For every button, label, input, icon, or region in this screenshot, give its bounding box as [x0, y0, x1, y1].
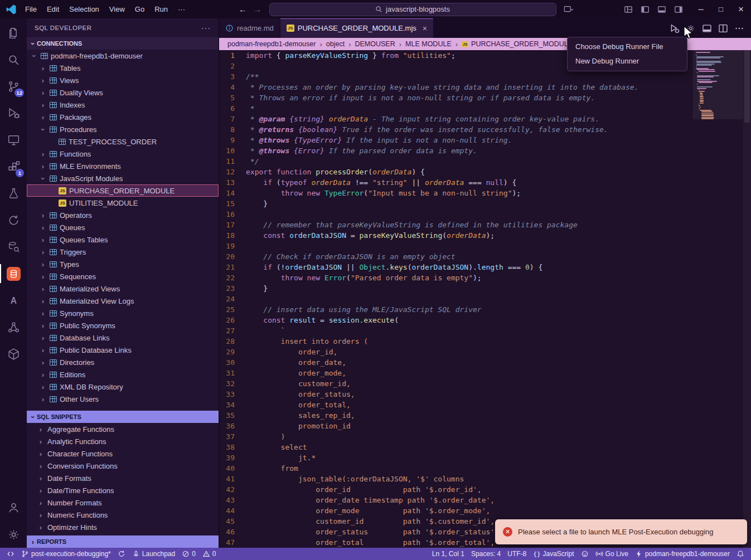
- tree-item-editions[interactable]: ›Editions: [27, 368, 219, 381]
- split-editor-icon[interactable]: [718, 23, 728, 33]
- snippet-item-optimizer-hints[interactable]: ›Optimizer Hints: [27, 521, 219, 533]
- activity-org-hub[interactable]: [0, 314, 27, 340]
- status-indentation[interactable]: Spaces: 4: [468, 548, 504, 560]
- tree-item-procedures[interactable]: ›Procedures: [27, 123, 219, 135]
- tree-item-podman-freepdb1-demouser[interactable]: ›podman-freepdb1-demouser: [27, 50, 219, 62]
- tree-item-public-synonyms[interactable]: ›Public Synonyms: [27, 319, 219, 332]
- activity-sql-developer[interactable]: [0, 260, 27, 287]
- toggle-panel-icon[interactable]: [655, 4, 668, 15]
- snippet-item-numeric-functions[interactable]: ›Numeric Functions: [27, 509, 219, 521]
- activity-database-cube[interactable]: [0, 340, 27, 367]
- tree-item-materialized-views[interactable]: ›Materialized Views: [27, 283, 219, 295]
- breadcrumb-purchase-order-module[interactable]: JSPURCHASE_ORDER_MODULE: [462, 40, 573, 48]
- snippet-item-analytic-functions[interactable]: ›Analytic Functions: [27, 435, 219, 447]
- activity-explorer[interactable]: [0, 20, 27, 46]
- status-errors[interactable]: 0: [178, 548, 199, 560]
- tree-item-public-database-links[interactable]: ›Public Database Links: [27, 344, 219, 356]
- minimap[interactable]: [693, 50, 743, 548]
- tree-item-materialized-view-logs[interactable]: ›Materialized View Logs: [27, 295, 219, 307]
- menu-more[interactable]: ···: [173, 3, 190, 16]
- tree-item-functions[interactable]: ›Functions: [27, 148, 219, 160]
- scrollbar-thumb[interactable]: [744, 50, 750, 123]
- activity-run-and-debug[interactable]: [0, 100, 27, 126]
- activity-search[interactable]: [0, 46, 27, 73]
- tree-item-types[interactable]: ›Types: [27, 258, 219, 270]
- activity-source-control[interactable]: 12: [0, 73, 27, 100]
- snippet-item-number-formats[interactable]: ›Number Formats: [27, 496, 219, 509]
- toggle-secondary-sidebar-icon[interactable]: [672, 4, 685, 15]
- tab-purchase-order-module-mjs[interactable]: JSPURCHASE_ORDER_MODULE.mjs×: [280, 18, 434, 38]
- activity-accounts[interactable]: [0, 494, 27, 521]
- menu-edit[interactable]: Edit: [42, 3, 64, 16]
- tree-item-xml-db-repository[interactable]: ›XML DB Repository: [27, 381, 219, 393]
- menu-go[interactable]: Go: [130, 3, 149, 16]
- tree-item-operators[interactable]: ›Operators: [27, 209, 219, 221]
- section-reports[interactable]: › REPORTS: [27, 535, 219, 548]
- status-sync-changes[interactable]: [114, 548, 129, 560]
- snippet-item-date-formats[interactable]: ›Date Formats: [27, 472, 219, 484]
- status-go-live[interactable]: Go Live: [592, 548, 632, 560]
- customize-layout-icon[interactable]: [622, 4, 635, 15]
- command-center-search[interactable]: javascript-blogposts: [269, 3, 556, 16]
- tree-item-views[interactable]: ›Views: [27, 74, 219, 86]
- breadcrumb-mle-module[interactable]: MLE MODULE: [405, 40, 452, 48]
- status-language-mode[interactable]: {}JavaScript: [530, 548, 577, 560]
- tree-item-packages[interactable]: ›Packages: [27, 111, 219, 123]
- menu-item-choose-debug-runner-file[interactable]: Choose Debug Runner File: [568, 40, 687, 54]
- status-encoding[interactable]: UTF-8: [504, 548, 530, 560]
- tree-item-directories[interactable]: ›Directories: [27, 356, 219, 368]
- status-notifications[interactable]: [733, 548, 748, 560]
- tree-item-queues[interactable]: ›Queues: [27, 221, 219, 233]
- debug-runner-icon[interactable]: [670, 23, 680, 33]
- status-cursor-position[interactable]: Ln 1, Col 1: [429, 548, 468, 560]
- section-sql-snippets[interactable]: › SQL SNIPPETS: [27, 411, 219, 423]
- activity-schema-search[interactable]: [0, 233, 27, 260]
- tab-readme-md[interactable]: readme.md: [219, 18, 280, 38]
- forward-button[interactable]: →: [250, 4, 265, 14]
- close-button[interactable]: ×: [731, 0, 751, 18]
- menu-view[interactable]: View: [104, 3, 130, 16]
- status-launchpad[interactable]: Launchpad: [129, 548, 178, 560]
- tree-item-mle-environments[interactable]: ›MLE Environments: [27, 160, 219, 172]
- toggle-panel-icon[interactable]: [702, 23, 712, 33]
- more-actions-icon[interactable]: [734, 23, 744, 33]
- tree-item-tables[interactable]: ›Tables: [27, 62, 219, 74]
- status-git-branch[interactable]: post-execution-debugging*: [18, 548, 114, 560]
- tree-item-javascript-modules[interactable]: ›JavaScript Modules: [27, 172, 219, 184]
- activity-extensions[interactable]: 1: [0, 153, 27, 180]
- snippet-item-aggregate-functions[interactable]: ›Aggregate Functions: [27, 423, 219, 435]
- run-profile-dropdown-icon[interactable]: [561, 3, 576, 16]
- status-warnings[interactable]: 0: [199, 548, 220, 560]
- tree-item-synonyms[interactable]: ›Synonyms: [27, 307, 219, 319]
- minimize-button[interactable]: ─: [691, 0, 711, 18]
- tree-item-duality-views[interactable]: ›Duality Views: [27, 86, 219, 99]
- tree-item-indexes[interactable]: ›Indexes: [27, 99, 219, 111]
- breadcrumb-object[interactable]: object: [326, 40, 345, 48]
- close-tab-icon[interactable]: ×: [423, 24, 427, 33]
- activity-oracle-a[interactable]: A: [0, 287, 27, 314]
- menu-run[interactable]: Run: [149, 3, 173, 16]
- tree-item-sequences[interactable]: ›Sequences: [27, 270, 219, 283]
- toggle-primary-sidebar-icon[interactable]: [638, 4, 652, 15]
- tree-item-utilities-module[interactable]: ›JSUTILITIES_MODULE: [27, 197, 219, 209]
- back-button[interactable]: ←: [236, 4, 250, 14]
- editor-scrollbar[interactable]: [743, 50, 751, 548]
- snippet-item-character-functions[interactable]: ›Character Functions: [27, 447, 219, 460]
- breadcrumb-podman-freepdb1-demouser[interactable]: podman-freepdb1-demouser: [227, 40, 316, 48]
- activity-sql-history[interactable]: [0, 207, 27, 233]
- activity-settings[interactable]: [0, 521, 27, 548]
- activity-testing[interactable]: [0, 180, 27, 207]
- activity-remote-explorer[interactable]: [0, 126, 27, 153]
- breadcrumb-demouser[interactable]: DEMOUSER: [355, 40, 395, 48]
- settings-icon[interactable]: [686, 23, 696, 33]
- sidebar-more-actions-icon[interactable]: ···: [201, 23, 211, 32]
- tree-item-database-links[interactable]: ›Database Links: [27, 332, 219, 344]
- tree-item-test-process-order[interactable]: ›TEST_PROCESS_ORDER: [27, 135, 219, 148]
- menu-item-new-debug-runner[interactable]: New Debug Runner: [568, 54, 687, 69]
- maximize-button[interactable]: □: [711, 0, 731, 18]
- snippet-item-conversion-functions[interactable]: ›Conversion Functions: [27, 460, 219, 472]
- status-db-connection[interactable]: podman-freepdb1-demouser: [632, 548, 733, 560]
- tree-item-other-users[interactable]: ›Other Users: [27, 393, 219, 405]
- menu-selection[interactable]: Selection: [64, 3, 104, 16]
- code-editor[interactable]: 1import { parseKeyValueString } from "ut…: [219, 50, 751, 548]
